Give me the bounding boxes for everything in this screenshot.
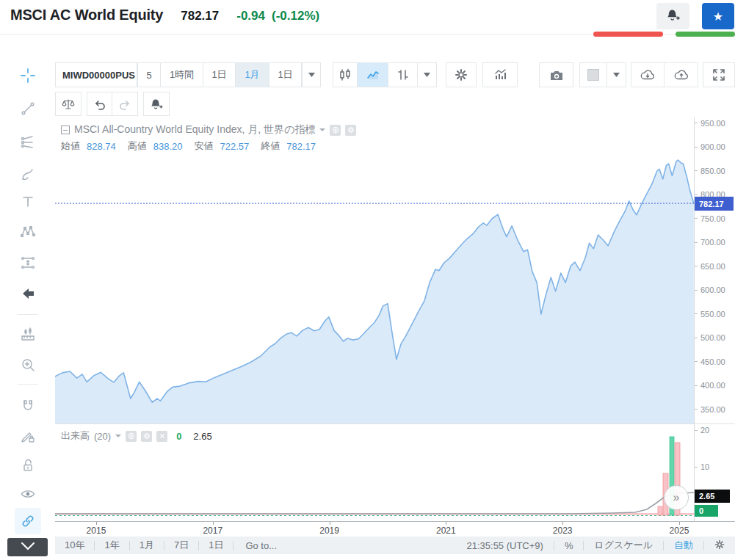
investing-chart-page: MSCI AC World Equity 782.17 -0.94 (-0.12… [0, 0, 735, 560]
snapshot-button[interactable] [539, 62, 573, 87]
price-tick: 500.00 [695, 332, 725, 343]
price-tick: 550.00 [695, 309, 725, 319]
undo-button[interactable] [87, 92, 112, 116]
interval-button-4[interactable]: 1日 [269, 62, 302, 87]
volume-zero-axis-label: 0 [695, 505, 718, 517]
more-panes-button[interactable]: » [664, 485, 689, 510]
time-axis-label: 2017 [203, 526, 222, 536]
symbol-search-input[interactable]: MIWD00000PUS [55, 62, 137, 87]
buy-button-clipped[interactable] [676, 32, 735, 37]
change-value: -0.94 [236, 9, 265, 23]
time-tick [96, 522, 97, 525]
time-tick [330, 522, 330, 525]
measure-tool-icon[interactable] [15, 321, 41, 347]
chart-toolbar: MIWD00000PUS 51時間1日1月1日 [55, 62, 735, 89]
bell-plus-icon [150, 98, 164, 111]
interval-button-0[interactable]: 5 [137, 62, 161, 87]
trend-line-tool-icon[interactable] [15, 95, 41, 122]
range-button-4[interactable]: 1日 [199, 539, 233, 552]
volume-pane[interactable]: 出来高 (20) 0 2.65 [55, 423, 694, 521]
magnet-tool-icon[interactable] [15, 393, 41, 419]
time-axis-label: 2023 [553, 526, 573, 536]
volume-ma-line [55, 492, 694, 514]
goto-date-button[interactable]: Go to... [233, 540, 289, 551]
price-area-chart[interactable] [55, 117, 694, 423]
range-button-2[interactable]: 1月 [130, 539, 164, 552]
chart-type-dropdown[interactable] [418, 62, 437, 87]
price-tick: 900.00 [695, 142, 725, 152]
load-layout-button[interactable] [631, 62, 665, 87]
indicators-button[interactable] [482, 62, 518, 87]
hide-all-eye-icon[interactable] [15, 481, 41, 507]
pitchfork-tool-icon[interactable] [15, 128, 41, 155]
interval-button-3[interactable]: 1月 [236, 62, 269, 87]
last-price-axis-label: 782.17 [695, 197, 734, 211]
volume-chart[interactable] [55, 423, 694, 521]
log-scale-button[interactable]: ログスケール [584, 539, 663, 552]
create-alert-button[interactable] [656, 3, 689, 29]
area-chart-type-button[interactable] [358, 62, 388, 87]
xabcd-pattern-tool-icon[interactable] [15, 219, 41, 245]
text-tool-icon[interactable] [15, 189, 41, 215]
bottom-toolbar: 10年1年1月7日1日 Go to... 21:35:55 (UTC+9) % … [55, 537, 735, 554]
price-change: -0.94 (-0.12%) [236, 9, 319, 23]
range-button-1[interactable]: 1年 [95, 539, 128, 552]
sell-button-clipped[interactable] [593, 32, 663, 37]
auto-scale-button[interactable]: 自動 [664, 539, 703, 552]
interval-button-1[interactable]: 1時間 [161, 62, 203, 87]
clock-readout[interactable]: 21:35:55 (UTC+9) [456, 540, 553, 551]
forecast-tool-icon[interactable] [15, 250, 41, 276]
redo-button[interactable] [112, 92, 138, 116]
percent-scale-button[interactable]: % [554, 540, 584, 551]
price-tick: 850.00 [695, 166, 725, 176]
time-axis-label: 2025 [670, 526, 689, 536]
background-color-dropdown[interactable] [607, 62, 626, 87]
collapse-panel-button[interactable] [7, 538, 48, 556]
unlock-icon[interactable] [15, 452, 41, 479]
range-button-group: 10年1年1月7日1日 [55, 537, 233, 554]
gear-icon [714, 539, 725, 550]
background-color-button[interactable] [579, 62, 607, 87]
pane-divider[interactable] [55, 423, 735, 424]
hide-drawings-arrow-icon[interactable] [15, 280, 41, 307]
volume-tick: 20 [695, 425, 709, 435]
bell-plus-icon [666, 8, 680, 24]
crosshair-tool-icon[interactable] [15, 62, 41, 89]
chevron-down-icon [424, 73, 430, 77]
chevron-down-icon [18, 541, 37, 554]
volume-ma-axis-label: 2.65 [695, 490, 730, 503]
chart-settings-button[interactable] [446, 62, 477, 87]
time-axis-label: 2021 [436, 526, 456, 536]
price-chart-pane[interactable]: MSCI All-Country World Equity Index, 月, … [55, 117, 694, 423]
time-axis[interactable]: 201520172019202120232025 [55, 521, 735, 537]
bars-chart-type-button[interactable] [388, 62, 418, 87]
axis-settings-button[interactable] [704, 539, 735, 552]
time-tick [446, 522, 446, 525]
candlestick-chart-type-button[interactable] [333, 62, 358, 87]
chevron-down-icon [308, 73, 315, 77]
range-button-0[interactable]: 10年 [55, 539, 94, 552]
change-percent: (-0.12%) [272, 9, 319, 23]
price-axis[interactable]: 950.00900.00850.00800.00750.00700.00650.… [694, 117, 735, 521]
interval-dropdown[interactable] [302, 62, 321, 87]
expand-icon [712, 68, 725, 81]
brush-tool-icon[interactable] [15, 161, 41, 188]
add-to-watchlist-button[interactable]: ★ [702, 3, 734, 29]
instrument-header: MSCI AC World Equity 782.17 -0.94 (-0.12… [10, 7, 319, 23]
zoom-in-icon[interactable] [15, 352, 41, 378]
cloud-download-icon [640, 68, 656, 81]
price-tick: 350.00 [695, 404, 725, 415]
compare-button[interactable] [55, 92, 82, 116]
cloud-upload-icon [673, 68, 689, 81]
lock-drawings-icon[interactable] [15, 423, 41, 449]
save-layout-button[interactable] [665, 62, 698, 87]
alert-button[interactable] [143, 92, 170, 116]
interval-button-2[interactable]: 1日 [203, 62, 236, 87]
fullscreen-button[interactable] [703, 62, 735, 87]
chart-toolbar-secondary [55, 92, 735, 116]
redo-icon [118, 98, 131, 110]
gear-icon [455, 68, 468, 81]
price-area-fill [55, 160, 694, 423]
range-button-3[interactable]: 7日 [164, 539, 198, 552]
link-icon[interactable] [15, 508, 41, 534]
